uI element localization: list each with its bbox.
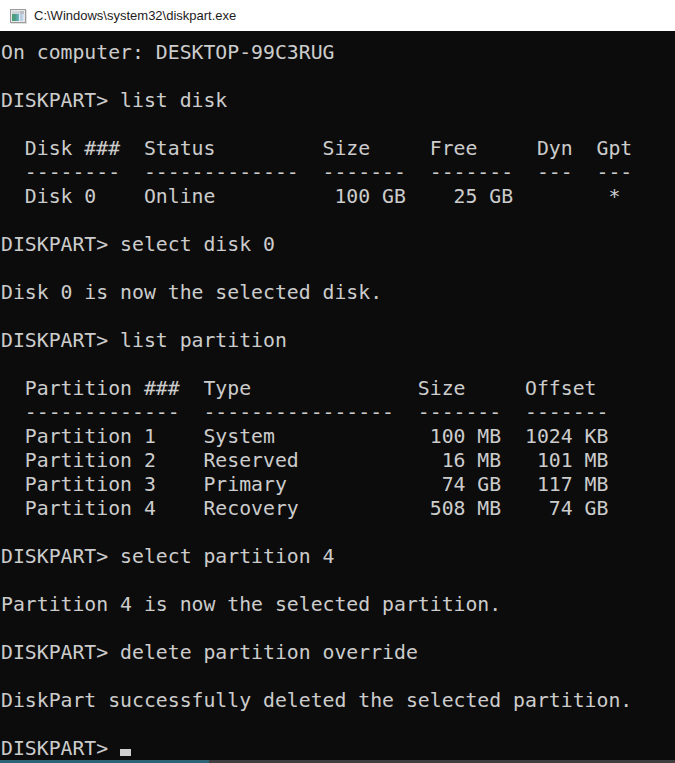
terminal-line: Partition ### Type Size Offset <box>1 377 675 401</box>
terminal-line: Partition 1 System 100 MB 1024 KB <box>1 425 675 449</box>
text-cursor <box>120 749 131 756</box>
terminal-line: Disk 0 Online 100 GB 25 GB * <box>1 185 675 209</box>
terminal-line <box>1 713 675 737</box>
terminal-line: On computer: DESKTOP-99C3RUG <box>1 41 675 65</box>
terminal-line <box>1 353 675 377</box>
terminal-line: ------------- ---------------- ------- -… <box>1 401 675 425</box>
console-window: C:\Windows\system32\diskpart.exe On comp… <box>0 0 675 763</box>
terminal-line <box>1 257 675 281</box>
terminal-line <box>1 209 675 233</box>
terminal-line: Partition 2 Reserved 16 MB 101 MB <box>1 449 675 473</box>
terminal-line: DISKPART> select partition 4 <box>1 545 675 569</box>
terminal-line <box>1 665 675 689</box>
terminal-line <box>1 113 675 137</box>
window-title: C:\Windows\system32\diskpart.exe <box>34 8 236 23</box>
terminal-line <box>1 569 675 593</box>
terminal-line: Disk ### Status Size Free Dyn Gpt <box>1 137 675 161</box>
terminal-line <box>1 617 675 641</box>
terminal-line: -------- ------------- ------- ------- -… <box>1 161 675 185</box>
terminal-line: DISKPART> list disk <box>1 89 675 113</box>
terminal-line: DiskPart successfully deleted the select… <box>1 689 675 713</box>
terminal-line <box>1 305 675 329</box>
title-bar[interactable]: C:\Windows\system32\diskpart.exe <box>0 0 675 31</box>
terminal-line: Partition 4 Recovery 508 MB 74 GB <box>1 497 675 521</box>
terminal-line: Disk 0 is now the selected disk. <box>1 281 675 305</box>
icon-body <box>12 14 24 21</box>
terminal-line <box>1 521 675 545</box>
terminal-line: Partition 4 is now the selected partitio… <box>1 593 675 617</box>
console-window-icon[interactable] <box>10 9 26 23</box>
terminal-line: Partition 3 Primary 74 GB 117 MB <box>1 473 675 497</box>
terminal-line <box>1 65 675 89</box>
terminal-line: DISKPART> list partition <box>1 329 675 353</box>
terminal-output: On computer: DESKTOP-99C3RUGDISKPART> li… <box>1 41 675 761</box>
terminal-line: DISKPART> <box>1 737 675 761</box>
terminal-viewport[interactable]: On computer: DESKTOP-99C3RUGDISKPART> li… <box>0 31 675 763</box>
terminal-line: DISKPART> delete partition override <box>1 641 675 665</box>
terminal-line: DISKPART> select disk 0 <box>1 233 675 257</box>
